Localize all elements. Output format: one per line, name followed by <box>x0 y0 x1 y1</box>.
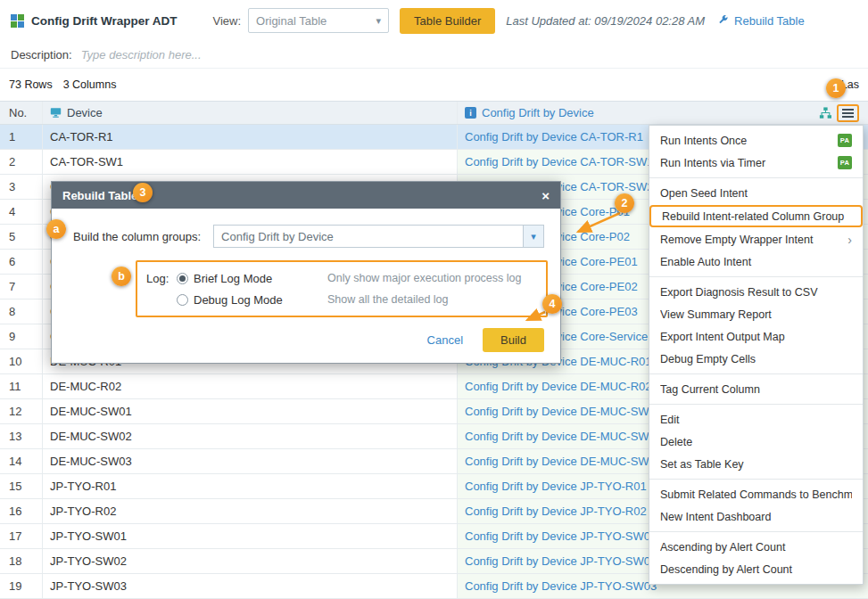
intent-link[interactable]: Config Drift by Device CA-TOR-SW1 <box>465 155 653 168</box>
menu-item[interactable]: Tag Current Column <box>649 378 863 400</box>
intent-link[interactable]: Config Drift by Device CA-TOR-R1 <box>465 130 643 144</box>
menu-item-label: Export Intent Output Map <box>660 331 852 343</box>
header-no[interactable]: No. <box>0 102 43 124</box>
table-builder-button[interactable]: Table Builder <box>400 8 495 34</box>
table-header: No. Device i Config Drift by Device <box>0 101 868 125</box>
device-cell[interactable]: JP-TYO-R02 <box>43 499 458 523</box>
menu-item[interactable]: Set as Table Key <box>649 453 863 475</box>
intent-link[interactable]: Config Drift by Device JP-TYO-R01 <box>465 480 647 493</box>
intent-tree-icon[interactable] <box>819 107 831 119</box>
menu-item[interactable]: Submit Related Commands to Benchmark <box>649 483 863 505</box>
view-dropdown-value: Original Table <box>256 14 327 28</box>
menu-item[interactable]: Delete <box>649 431 863 453</box>
menu-separator <box>649 404 863 405</box>
menu-item[interactable]: View Summary Report <box>649 303 863 325</box>
device-cell[interactable]: DE-MUC-SW03 <box>43 449 458 473</box>
device-cell[interactable]: CA-TOR-R1 <box>43 125 458 149</box>
rebuild-table-link-label: Rebuild Table <box>734 14 805 28</box>
page-title: Config Drift Wrapper ADT <box>31 14 178 28</box>
device-cell[interactable]: JP-TYO-SW03 <box>43 574 458 598</box>
annotation-step-1: 1 <box>826 78 846 98</box>
row-number-cell: 15 <box>0 474 43 498</box>
intent-link[interactable]: Config Drift by Device DE-MUC-SW01 <box>465 405 662 418</box>
device-cell[interactable]: JP-TYO-SW02 <box>43 549 458 573</box>
device-cell[interactable]: DE-MUC-R02 <box>43 374 458 398</box>
menu-item[interactable]: Run Intents via TimerPA <box>649 152 863 174</box>
view-dropdown[interactable]: Original Table ▾ <box>248 8 389 33</box>
menu-item[interactable]: Rebuild Intent-related Column Group <box>649 205 863 227</box>
menu-item-label: Remove Empty Wrapper Intent <box>660 234 847 246</box>
build-button[interactable]: Build <box>483 328 544 352</box>
intent-link[interactable]: Config Drift by Device DE-MUC-SW03 <box>465 455 662 468</box>
row-number-cell: 5 <box>0 225 43 249</box>
device-cell[interactable]: JP-TYO-R01 <box>43 474 458 498</box>
app-root: Config Drift Wrapper ADT View: Original … <box>0 0 868 599</box>
brief-log-label: Brief Log Mode <box>194 272 327 285</box>
rebuild-wrench-icon <box>717 14 730 27</box>
menu-item[interactable]: Descending by Alert Count <box>649 558 863 580</box>
intent-link[interactable]: Config Drift by Device JP-TYO-SW02 <box>465 554 657 568</box>
menu-item-label: View Summary Report <box>660 308 852 321</box>
menu-item-label: Debug Empty Cells <box>660 353 852 365</box>
menu-item[interactable]: Edit <box>649 408 863 431</box>
device-cell[interactable]: DE-MUC-SW02 <box>43 424 458 448</box>
row-number-cell: 10 <box>0 349 43 373</box>
annotation-step-2: 2 <box>615 193 634 213</box>
menu-item-label: Enable Auto Intent <box>660 256 852 268</box>
device-icon <box>50 107 62 119</box>
annotation-step-4: 4 <box>542 294 562 314</box>
intent-link[interactable]: Config Drift by Device JP-TYO-SW01 <box>465 529 657 543</box>
menu-item[interactable]: Open Seed Intent <box>649 182 863 204</box>
menu-item[interactable]: New Intent Dashboard <box>649 505 863 528</box>
row-number-cell: 14 <box>0 449 43 473</box>
row-number-cell: 16 <box>0 499 43 523</box>
menu-item[interactable]: Enable Auto Intent <box>649 250 863 273</box>
annotation-step-3: 3 <box>133 183 153 202</box>
menu-separator <box>649 177 863 178</box>
header-intent[interactable]: i Config Drift by Device <box>458 102 868 124</box>
cancel-button[interactable]: Cancel <box>427 333 463 347</box>
log-label: Log: <box>146 272 177 285</box>
menu-item[interactable]: Export Intent Output Map <box>649 325 863 348</box>
column-groups-dropdown[interactable]: Config Drift by Device ▾ <box>213 225 544 248</box>
menu-item-label: New Intent Dashboard <box>660 511 852 523</box>
menu-item[interactable]: Run Intents OncePA <box>649 129 863 152</box>
pa-badge-icon: PA <box>838 134 852 147</box>
intent-column-icon: i <box>465 107 476 119</box>
menu-item[interactable]: Export Diagnosis Result to CSV <box>649 281 863 303</box>
intent-link[interactable]: Config Drift by Device DE-MUC-R02 <box>465 380 652 393</box>
menu-item-label: Run Intents via Timer <box>660 157 838 169</box>
annotation-step-a: a <box>46 219 66 239</box>
menu-item[interactable]: Debug Empty Cells <box>649 348 863 370</box>
menu-item-label: Descending by Alert Count <box>660 563 852 576</box>
menu-item-label: Run Intents Once <box>660 135 838 147</box>
header-device[interactable]: Device <box>43 102 458 124</box>
header-device-label: Device <box>67 106 103 119</box>
intent-link[interactable]: Config Drift by Device JP-TYO-R02 <box>465 505 647 518</box>
hamburger-menu-icon[interactable] <box>842 109 854 118</box>
description-input[interactable]: Type description here... <box>81 48 202 62</box>
intent-link[interactable]: Config Drift by Device JP-TYO-SW03 <box>465 579 657 593</box>
device-cell[interactable]: JP-TYO-SW01 <box>43 524 458 548</box>
intent-link[interactable]: Config Drift by Device DE-MUC-SW02 <box>465 430 662 443</box>
menu-item[interactable]: Remove Empty Wrapper Intent› <box>649 228 863 250</box>
brief-log-radio[interactable] <box>177 273 188 284</box>
menu-item[interactable]: Ascending by Alert Count <box>649 536 863 558</box>
view-label: View: <box>213 14 242 28</box>
debug-log-desc: Show all the detailed log <box>327 293 449 306</box>
brief-log-desc: Only show major execution process log <box>327 272 521 284</box>
rebuild-table-link[interactable]: Rebuild Table <box>717 14 805 28</box>
device-cell[interactable]: CA-TOR-SW1 <box>43 150 458 174</box>
menu-separator <box>649 479 863 480</box>
chevron-down-icon: ▾ <box>523 226 543 247</box>
device-cell[interactable]: DE-MUC-SW01 <box>43 399 458 423</box>
menu-item-label: Delete <box>660 436 852 448</box>
dialog-header: Rebuild Table × <box>52 182 560 209</box>
menu-separator <box>649 373 863 374</box>
row-number-cell: 8 <box>0 300 43 324</box>
debug-log-radio[interactable] <box>177 294 188 306</box>
close-icon[interactable]: × <box>541 189 550 202</box>
menu-item-label: Ascending by Alert Count <box>660 541 852 554</box>
row-number-cell: 6 <box>0 250 43 274</box>
menu-separator <box>649 276 863 277</box>
